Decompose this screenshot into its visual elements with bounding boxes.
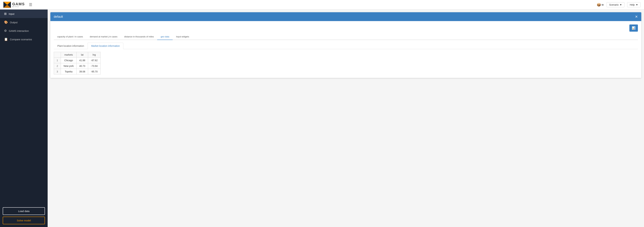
scenario-label: Scenario [609,4,618,6]
scenario-button[interactable]: Scenario ▼ [606,2,624,7]
topbar-left: GAMS MIRO ☰ [4,2,34,8]
panel-body: 📊 capacity of plant i in cases demand at… [50,21,641,78]
cell-lng: -95.70 [88,69,100,74]
layout: ⊞ Input 🎨 Output ⚙ GAMS interaction 📋 Co… [0,10,644,227]
sidebar: ⊞ Input 🎨 Output ⚙ GAMS interaction 📋 Co… [0,10,48,227]
toolbar-row: 📊 [54,24,638,32]
export-icon[interactable]: 📦➜ [597,3,604,7]
help-label: Help [630,4,635,6]
cell-markets: Topeka [61,69,76,74]
sidebar-item-compare-scenarios[interactable]: 📋 Compare scenarios [0,35,48,44]
table-row: 3 Topeka 39.06 -95.70 [54,69,100,74]
data-table: markets lat lng 1 Chicago 41.88 -87.62 2… [54,52,100,74]
chart-icon: 📊 [632,26,636,30]
compare-icon: 📋 [4,38,8,41]
panel-title: default [54,15,63,18]
topbar-right: 📦➜ Scenario ▼ Help ▼ [597,2,640,7]
col-header-index [54,52,61,58]
logo-stack: GAMS MIRO [12,2,25,8]
logo-icon [4,2,11,8]
main-content: default ✕ 📊 capacity of plant i in cases [48,10,644,227]
table-row: 2 New-york 40.73 -73.94 [54,63,100,69]
sidebar-item-label: Input [9,12,14,15]
cell-row-num: 2 [54,63,61,69]
sidebar-item-label: Compare scenarios [10,38,32,41]
scenario-dropdown-icon: ▼ [620,4,622,6]
panel-header: default ✕ [50,12,641,21]
tab-widgets[interactable]: Input widgets [173,34,192,40]
table-row: 1 Chicago 41.88 -87.62 [54,58,100,63]
sidebar-item-label: GAMS interaction [9,30,29,32]
cell-markets: Chicago [61,58,76,63]
cell-row-num: 3 [54,69,61,74]
cell-lng: -73.94 [88,63,100,69]
sub-tabs: Plant location information Market locati… [54,43,638,49]
hamburger-icon[interactable]: ☰ [28,2,34,8]
cell-lat: 41.88 [76,58,88,63]
gams-icon: ⚙ [4,29,7,33]
help-dropdown-icon: ▼ [636,4,638,6]
cell-markets: New-york [61,63,76,69]
input-icon: ⊞ [4,12,7,16]
sidebar-item-label: Output [10,21,18,24]
topbar: GAMS MIRO ☰ 📦➜ Scenario ▼ Help ▼ [0,0,644,10]
sidebar-item-input[interactable]: ⊞ Input [0,10,48,18]
sidebar-item-gams-interaction[interactable]: ⚙ GAMS interaction [0,26,48,35]
tab-distance[interactable]: distance in thousands of miles [121,34,157,40]
logo-sub: MIRO [12,6,25,8]
cell-lat: 40.73 [76,63,88,69]
tab-geo[interactable]: geo data [157,34,173,40]
cell-lng: -87.62 [88,58,100,63]
col-header-markets: markets [61,52,76,58]
tab-capacity[interactable]: capacity of plant i in cases [54,34,86,40]
cell-lat: 39.06 [76,69,88,74]
sidebar-buttons: Load data Solve model [0,204,48,227]
sidebar-divider [0,44,48,204]
sidebar-item-output[interactable]: 🎨 Output [0,18,48,26]
col-header-lng: lng [88,52,100,58]
logo: GAMS MIRO [4,2,25,8]
panel: default ✕ 📊 capacity of plant i in cases [50,12,641,78]
col-header-lat: lat [76,52,88,58]
load-data-button[interactable]: Load data [3,207,45,215]
output-icon: 🎨 [4,20,8,24]
chart-button[interactable]: 📊 [629,24,638,32]
tab-demand[interactable]: demand at market j in cases [86,34,121,40]
help-button[interactable]: Help ▼ [627,2,640,7]
cell-row-num: 1 [54,58,61,63]
top-tabs: capacity of plant i in cases demand at m… [54,34,638,40]
panel-close-button[interactable]: ✕ [635,14,638,19]
sub-tab-market[interactable]: Market location information [88,43,123,49]
sub-tab-plant[interactable]: Plant location information [54,43,88,49]
table-header-row: markets lat lng [54,52,100,58]
solve-model-button[interactable]: Solve model [3,217,45,224]
